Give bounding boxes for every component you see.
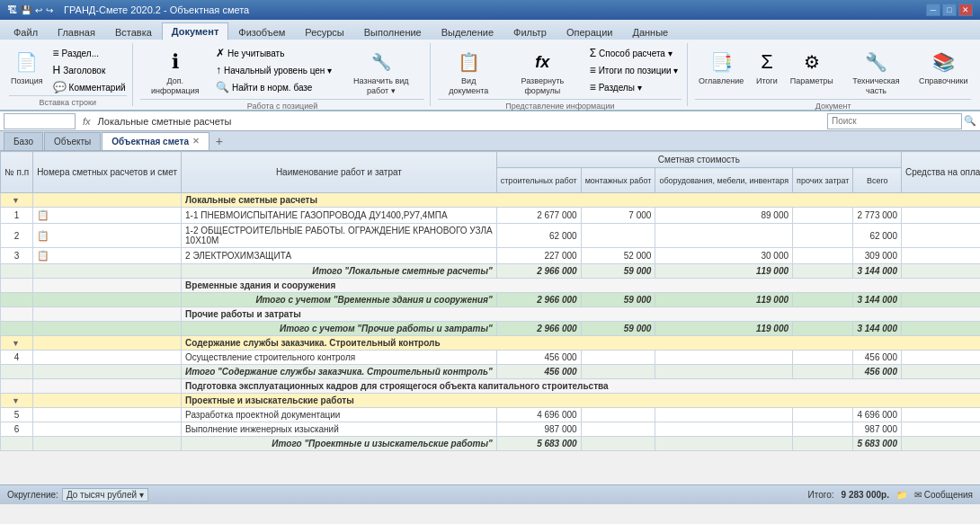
row-str: 4 696 000 <box>496 408 581 422</box>
references-icon: 📚 <box>929 48 958 76</box>
sheet-tab-base[interactable]: Базо <box>4 132 43 150</box>
row-num: 6 <box>1 422 33 437</box>
row-name: Подготовка эксплуатационных кадров для с… <box>182 379 980 394</box>
position-button[interactable]: 📄 Позиция <box>6 45 48 89</box>
doc-icon: 📋 <box>37 250 49 261</box>
row-other <box>793 264 853 279</box>
row-num <box>1 322 33 336</box>
comment-button[interactable]: 💬 Комментарий <box>49 79 129 95</box>
tab-file[interactable]: Файл <box>4 23 48 40</box>
status-message-icon[interactable]: ✉ Сообщения <box>914 490 973 500</box>
sheet-tab-objects[interactable]: Объекты <box>44 132 101 150</box>
table-row[interactable]: 5 Разработка проектной документации 4 69… <box>1 408 981 422</box>
quick-redo[interactable]: ↪ <box>46 5 53 15</box>
row-name: Осуществление строительного контроля <box>182 351 497 365</box>
row-num2 <box>33 365 182 379</box>
row-num2 <box>33 336 182 351</box>
row-total: 62 000 <box>853 224 902 248</box>
table-row[interactable]: 4 Осуществление строительного контроля 4… <box>1 351 981 365</box>
tab-document[interactable]: Документ <box>162 22 228 40</box>
ribbon-group-view-buttons: 📋 Вид документа fx Развернуть формулы Σ … <box>438 45 682 99</box>
toc-button[interactable]: 📑 Оглавление <box>695 45 747 89</box>
row-equip <box>655 437 793 451</box>
expand-formula-button[interactable]: fx Развернуть формулы <box>501 45 584 99</box>
status-folder-icon[interactable]: 📁 <box>896 490 907 500</box>
row-equip <box>655 408 793 422</box>
table-row[interactable]: 6 Выполнение инженерных изысканий 987 00… <box>1 422 981 437</box>
params-button[interactable]: ⚙ Параметры <box>787 45 836 89</box>
title-text: ГРАНД-Смете 2020.2 - Объектная смета <box>64 4 249 15</box>
view-doc-button[interactable]: 📋 Вид документа <box>438 45 499 99</box>
info-button[interactable]: ℹ Доп. информация <box>140 45 210 99</box>
tab-filter[interactable]: Фильтр <box>503 23 557 40</box>
row-num: 1 <box>1 208 33 224</box>
row-mon <box>581 422 655 437</box>
sections-button[interactable]: ≡ Разделы ▾ <box>586 79 682 95</box>
row-str: 456 000 <box>496 365 581 379</box>
doc-icon: 📋 <box>37 209 49 220</box>
comment-label: Комментарий <box>69 83 126 93</box>
search-icon[interactable]: 🔍 <box>964 115 976 127</box>
tab-phys[interactable]: Физобъем <box>228 23 295 40</box>
header-button[interactable]: H Заголовок <box>49 62 129 78</box>
calc-method-button[interactable]: Σ Способ расчета ▾ <box>586 45 682 61</box>
formula-name-box[interactable] <box>4 113 76 129</box>
expand-icon[interactable]: ▼ <box>12 339 20 348</box>
row-num <box>1 307 33 322</box>
maximize-button[interactable]: □ <box>942 4 957 16</box>
row-num <box>1 437 33 451</box>
no-account-button[interactable]: ✗ Не учитывать <box>212 45 335 61</box>
section-icon: ≡ <box>53 47 59 59</box>
tab-selection[interactable]: Выделение <box>432 23 503 40</box>
table-row[interactable]: 3 📋 2 ЭЛЕКТРОХИМЗАЩИТА 227 000 52 000 30… <box>1 248 981 264</box>
table-row: Прочие работы и затраты <box>1 307 981 322</box>
expand-icon[interactable]: ▼ <box>12 196 20 205</box>
row-total: 456 000 <box>853 365 902 379</box>
assign-work-button[interactable]: 🔧 Назначить вид работ ▾ <box>337 45 424 99</box>
totals-button[interactable]: Σ Итоги <box>749 45 785 89</box>
row-num2 <box>33 408 182 422</box>
price-level-icon: ↑ <box>216 64 221 76</box>
row-labor: 17 000 <box>901 248 980 264</box>
find-norm-button[interactable]: 🔍 Найти в норм. базе <box>212 79 335 95</box>
tab-home[interactable]: Главная <box>48 23 105 40</box>
row-mon <box>581 351 655 365</box>
row-other <box>793 208 853 224</box>
col-header-cost: Сметная стоимость <box>496 152 901 168</box>
minimize-button[interactable]: ─ <box>926 4 940 16</box>
tab-insert[interactable]: Вставка <box>105 23 162 40</box>
table-row[interactable]: 2 📋 1-2 ОБЩЕСТРОИТЕЛЬНЫЕ РАБОТЫ. ОГРАЖДЕ… <box>1 224 981 248</box>
close-button[interactable]: ✕ <box>958 4 973 16</box>
tab-resources[interactable]: Ресурсы <box>295 23 353 40</box>
ribbon-group-work-buttons: ℹ Доп. информация ✗ Не учитывать ↑ Начал… <box>140 45 425 99</box>
section-button[interactable]: ≡ Раздел... <box>49 45 129 61</box>
row-name: Итого с учетом "Временные здания и соору… <box>182 293 497 307</box>
table-row[interactable]: 1 📋 1-1 ПНЕВМОИСПЫТАНИЕ ГАЗОПРОВОДА ДУ14… <box>1 208 981 224</box>
rounding-value[interactable]: До тысяч рублей ▾ <box>62 488 148 502</box>
add-sheet-button[interactable]: + <box>210 132 228 150</box>
total-label: Итого: <box>808 490 834 500</box>
row-num <box>1 379 33 394</box>
expand-icon[interactable]: ▼ <box>12 396 20 405</box>
ribbon-group-document: 📑 Оглавление Σ Итоги ⚙ Параметры 🔧 Техни… <box>690 43 976 106</box>
row-total: 3 144 000 <box>853 293 902 307</box>
main-table-area[interactable]: № п.п Номера сметных расчетов и смет Наи… <box>0 151 980 484</box>
row-name: Содержание службы заказчика. Строительны… <box>182 336 980 351</box>
row-other <box>793 322 853 336</box>
sheet-tab-close-icon[interactable]: ✕ <box>192 137 200 146</box>
rounding-label: Округление: <box>7 490 58 500</box>
quick-undo[interactable]: ↩ <box>35 5 42 15</box>
tab-operations[interactable]: Операции <box>557 23 622 40</box>
quick-save[interactable]: 💾 <box>21 5 31 15</box>
references-button[interactable]: 📚 Справочники <box>915 45 971 89</box>
tech-part-button[interactable]: 🔧 Техническая часть <box>839 45 914 99</box>
price-level-button[interactable]: ↑ Начальный уровень цен ▾ <box>212 62 335 78</box>
no-account-label: Не учитывать <box>227 49 284 58</box>
tab-execution[interactable]: Выполнение <box>354 23 432 40</box>
search-input[interactable] <box>827 113 962 129</box>
ribbon-group-insert-row: 📄 Позиция ≡ Раздел... H Заголовок 💬 Комм… <box>4 43 133 106</box>
row-other <box>793 224 853 248</box>
tab-data[interactable]: Данные <box>622 23 678 40</box>
sheet-tab-object-estimate[interactable]: Объектная смета ✕ <box>102 132 209 150</box>
totals-position-button[interactable]: ≡ Итоги по позиции ▾ <box>586 62 682 78</box>
